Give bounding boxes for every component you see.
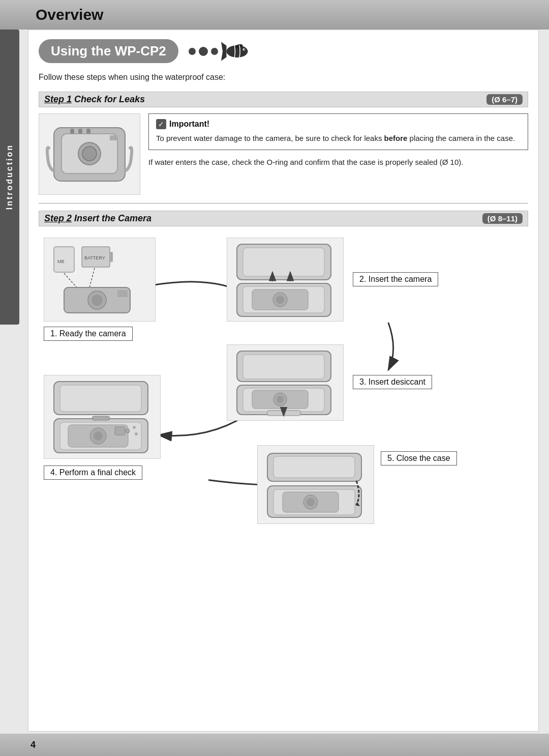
step1-right: ✓ Important! To prevent water damage to … xyxy=(148,113,528,195)
svg-rect-53 xyxy=(92,416,110,420)
banner-icons xyxy=(189,41,252,62)
important-body: To prevent water damage to the camera, b… xyxy=(156,132,521,144)
step1-label-text: Check for Leaks xyxy=(74,94,145,104)
svg-line-19 xyxy=(64,273,77,287)
step1-header: Step 1 Check for Leaks (Ø 6–7) xyxy=(39,92,528,107)
svg-point-31 xyxy=(276,296,284,304)
svg-point-50 xyxy=(126,429,130,433)
svg-point-8 xyxy=(82,147,97,161)
svg-rect-11 xyxy=(86,129,90,134)
desiccant-image xyxy=(227,344,344,421)
insert-camera-image xyxy=(227,238,344,322)
label-insert-camera: 2. Insert the camera xyxy=(353,272,438,286)
main-content: Using the WP-CP2 Follow th xyxy=(28,30,539,732)
svg-rect-10 xyxy=(78,129,82,134)
svg-rect-24 xyxy=(117,290,128,297)
svg-rect-9 xyxy=(70,129,74,134)
svg-point-3 xyxy=(243,49,245,50)
dot-icon-2 xyxy=(199,47,208,56)
dot-icon-1 xyxy=(189,48,196,55)
svg-rect-17 xyxy=(110,252,113,262)
step1-content: ✓ Important! To prevent water damage to … xyxy=(39,113,528,195)
sidebar-tab: Introduction xyxy=(0,30,19,325)
o-ring-text: If water enters the case, check the O-ri… xyxy=(148,156,528,168)
intro-text: Follow these steps when using the waterp… xyxy=(39,71,528,83)
label-ready-camera: 1. Ready the camera xyxy=(44,327,133,341)
camera-svg: MB BATTERY xyxy=(49,242,150,318)
svg-rect-26 xyxy=(243,248,324,276)
desiccant-svg xyxy=(232,348,339,417)
svg-marker-1 xyxy=(221,42,227,61)
open-case-svg xyxy=(232,242,339,318)
step2-ref: (Ø 8–11) xyxy=(482,213,523,224)
final-check-image xyxy=(44,375,161,459)
banner: Using the WP-CP2 xyxy=(39,39,528,63)
svg-rect-55 xyxy=(273,456,355,478)
step-divider xyxy=(39,203,528,203)
svg-text:BATTERY: BATTERY xyxy=(84,255,105,260)
important-header: ✓ Important! xyxy=(156,119,521,129)
sidebar-label: Introduction xyxy=(5,144,14,210)
important-box: ✓ Important! To prevent water damage to … xyxy=(148,113,528,150)
svg-rect-12 xyxy=(110,135,117,140)
step2-diagram: MB BATTERY 1. Ready the camera xyxy=(39,232,528,528)
step2-label-prefix: Step 2 xyxy=(44,213,72,223)
dot-icon-3 xyxy=(211,48,218,55)
svg-rect-49 xyxy=(115,427,125,435)
svg-text:MB: MB xyxy=(57,259,65,264)
svg-rect-34 xyxy=(243,355,324,379)
overview-bar: Overview xyxy=(0,0,549,30)
step2-label-text: Insert the Camera xyxy=(74,213,151,223)
important-title: Important! xyxy=(169,120,209,129)
checkmark-icon: ✓ xyxy=(156,119,166,129)
step1-ref: (Ø 6–7) xyxy=(486,94,523,105)
svg-point-23 xyxy=(92,295,103,306)
label-final-check: 4. Perform a final check xyxy=(44,466,142,480)
step1-camera-svg xyxy=(44,118,135,191)
step1-label-prefix: Step 1 xyxy=(44,94,72,104)
step2-label: Step 2 Insert the Camera xyxy=(44,213,151,224)
label-insert-desiccant: 3. Insert desiccant xyxy=(353,375,432,389)
camera-components-image: MB BATTERY xyxy=(44,238,156,322)
fish-icon xyxy=(221,41,252,62)
final-check-svg xyxy=(49,379,156,455)
svg-line-20 xyxy=(89,268,95,287)
svg-point-39 xyxy=(277,396,284,403)
step1-image xyxy=(39,113,140,195)
page-title: Overview xyxy=(36,6,103,23)
step1-label: Step 1 Check for Leaks xyxy=(44,94,145,105)
close-case-image xyxy=(257,445,374,524)
svg-rect-43 xyxy=(60,385,141,412)
svg-point-48 xyxy=(94,431,103,441)
page-number: 4 xyxy=(30,740,36,750)
svg-point-51 xyxy=(133,426,136,429)
label-close-case: 5. Close the case xyxy=(381,451,457,466)
close-case-svg xyxy=(262,449,369,520)
svg-point-60 xyxy=(307,498,315,506)
svg-point-52 xyxy=(135,432,138,435)
banner-pill: Using the WP-CP2 xyxy=(39,39,178,63)
bottom-bar: 4 xyxy=(0,734,549,756)
step2-header: Step 2 Insert the Camera (Ø 8–11) xyxy=(39,211,528,226)
banner-title: Using the WP-CP2 xyxy=(51,43,166,59)
